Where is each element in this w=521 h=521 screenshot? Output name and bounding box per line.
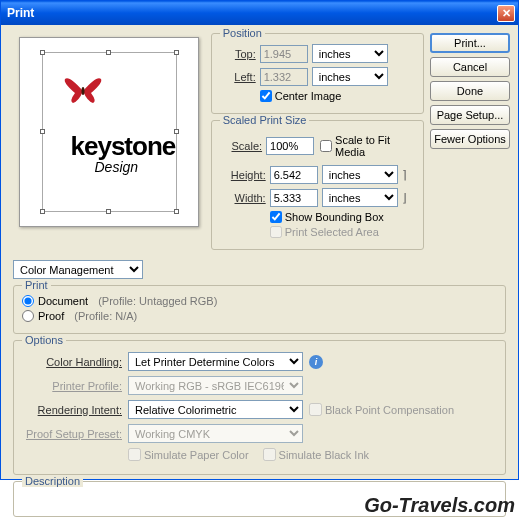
center-image-checkbox[interactable] — [260, 90, 272, 102]
logo-text-main: keystone — [71, 131, 176, 162]
top-units-select[interactable]: inches — [312, 44, 388, 63]
show-bounding-box-checkbox[interactable] — [270, 211, 282, 223]
left-units-select[interactable]: inches — [312, 67, 388, 86]
page-setup-button[interactable]: Page Setup... — [430, 105, 510, 125]
scale-to-fit-label: Scale to Fit Media — [335, 134, 415, 158]
proof-radio[interactable] — [22, 310, 34, 322]
simulate-black-checkbox — [263, 448, 276, 461]
butterfly-icon — [61, 73, 105, 109]
close-icon[interactable]: ✕ — [497, 5, 515, 22]
print-selected-area-label: Print Selected Area — [285, 226, 379, 238]
titlebar: Print ✕ — [1, 1, 518, 25]
scale-input[interactable] — [266, 137, 314, 155]
width-label: Width: — [220, 192, 266, 204]
height-units-select[interactable]: inches — [322, 165, 398, 184]
document-radio[interactable] — [22, 295, 34, 307]
rendering-intent-label: Rendering Intent: — [22, 404, 122, 416]
simulate-paper-checkbox — [128, 448, 141, 461]
color-handling-label: Color Handling: — [22, 356, 122, 368]
scaled-print-size-group: Scaled Print Size Scale: Scale to Fit Me… — [211, 120, 424, 250]
svg-point-0 — [81, 87, 84, 95]
left-label: Left: — [220, 71, 256, 83]
print-group: Print Document (Profile: Untagged RGB) P… — [13, 285, 506, 334]
top-input[interactable] — [260, 45, 308, 63]
print-selected-area-checkbox — [270, 226, 282, 238]
width-input[interactable] — [270, 189, 318, 207]
left-input[interactable] — [260, 68, 308, 86]
black-point-label: Black Point Compensation — [325, 404, 454, 416]
print-preview: keystone Design — [19, 37, 199, 227]
color-handling-select[interactable]: Let Printer Determine Colors — [128, 352, 303, 371]
simulate-black-label: Simulate Black Ink — [279, 449, 369, 461]
document-profile: (Profile: Untagged RGB) — [98, 295, 217, 307]
center-image-label: Center Image — [275, 90, 342, 102]
window-title: Print — [7, 6, 497, 20]
show-bounding-box-label: Show Bounding Box — [285, 211, 384, 223]
proof-setup-select: Working CMYK — [128, 424, 303, 443]
position-group: Position Top: inches Left: inches Center… — [211, 33, 424, 114]
height-input[interactable] — [270, 166, 318, 184]
top-label: Top: — [220, 48, 256, 60]
print-button[interactable]: Print... — [430, 33, 510, 53]
printer-profile-label: Printer Profile: — [22, 380, 122, 392]
rendering-intent-select[interactable]: Relative Colorimetric — [128, 400, 303, 419]
done-button[interactable]: Done — [430, 81, 510, 101]
scale-label: Scale: — [220, 140, 262, 152]
cancel-button[interactable]: Cancel — [430, 57, 510, 77]
tab-select[interactable]: Color Management — [13, 260, 143, 279]
printer-profile-select: Working RGB - sRGB IEC61966-2.1 — [128, 376, 303, 395]
info-icon[interactable]: i — [309, 355, 323, 369]
fewer-options-button[interactable]: Fewer Options — [430, 129, 510, 149]
watermark: Go-Travels.com — [364, 494, 515, 517]
link-icon: ⌋ — [402, 191, 410, 205]
proof-radio-label: Proof — [38, 310, 64, 322]
scale-to-fit-checkbox[interactable] — [320, 140, 332, 152]
width-units-select[interactable]: inches — [322, 188, 398, 207]
height-label: Height: — [220, 169, 266, 181]
print-dialog: Print ✕ — [0, 0, 519, 480]
proof-setup-label: Proof Setup Preset: — [22, 428, 122, 440]
proof-profile: (Profile: N/A) — [74, 310, 137, 322]
simulate-paper-label: Simulate Paper Color — [144, 449, 249, 461]
link-icon: ⌉ — [402, 168, 410, 182]
black-point-checkbox — [309, 403, 322, 416]
document-radio-label: Document — [38, 295, 88, 307]
options-group: Options Color Handling: Let Printer Dete… — [13, 340, 506, 475]
